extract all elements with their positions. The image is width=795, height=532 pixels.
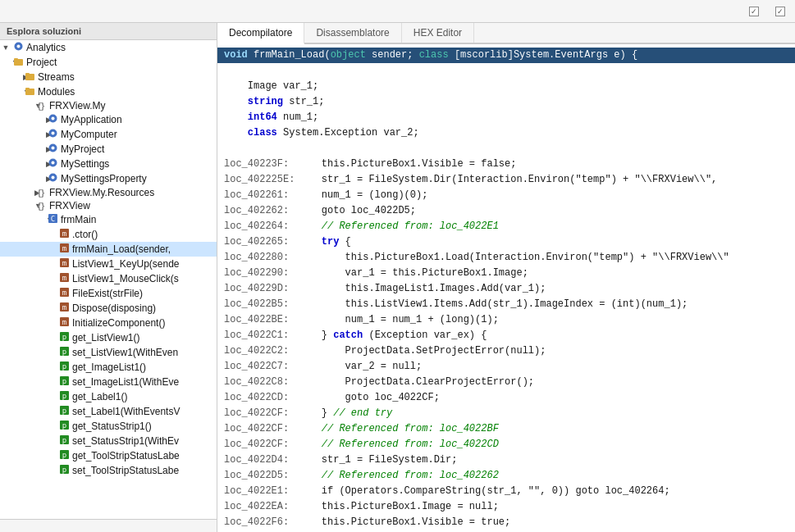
tree-item[interactable]: ▶MySettings	[0, 157, 217, 171]
tree-item[interactable]: pset_ImageList1(WithEve	[0, 375, 217, 389]
tree-item[interactable]: pget_StatusStrip1()	[0, 419, 217, 434]
code-line[interactable]: loc_4022B5: this.ListView1.Items.Add(str…	[217, 297, 795, 312]
code-line[interactable]: loc_4022D4: str_1 = FileSystem.Dir;	[217, 452, 795, 468]
checkbox-analyze[interactable]: ✓	[775, 7, 788, 16]
code-line[interactable]: loc_40223F: this.PictureBox1.Visible = f…	[217, 157, 795, 172]
tree-item[interactable]: ▶MyProject	[0, 142, 217, 157]
code-line[interactable]: string str_1;	[217, 94, 795, 110]
code-content: loc_402264: // Referenced from: loc_4022…	[224, 219, 499, 234]
tab-disassemblatore[interactable]: Disassemblatore	[304, 23, 401, 43]
code-line[interactable]: loc_402261: num_1 = (long)(0);	[217, 188, 795, 203]
code-line[interactable]: loc_4022BE: num_1 = num_1 + (long)(1);	[217, 312, 795, 328]
code-line[interactable]: loc_4022CF: // Referenced from: loc_4022…	[217, 437, 795, 452]
code-content: loc_4022CF: // Referenced from: loc_4022…	[224, 437, 499, 452]
code-content: loc_4022CD: goto loc_4022CF;	[224, 390, 440, 406]
code-line[interactable]: loc_4022CF: // Referenced from: loc_4022…	[217, 421, 795, 437]
code-line[interactable]: loc_4022D5: // Referenced from: loc_4022…	[217, 468, 795, 484]
tree-item-icon: {}	[34, 100, 48, 111]
code-line[interactable]: class System.Exception var_2;	[217, 125, 795, 141]
tree-item-label: get_ListView1()	[71, 332, 140, 343]
tree-item[interactable]: m.ctor()	[0, 227, 217, 242]
tree-item[interactable]: mListView1_KeyUp(sende	[0, 257, 217, 271]
code-content: string str_1;	[224, 94, 324, 110]
code-line[interactable]: loc_4022CF: } // end try	[217, 406, 795, 421]
code-line[interactable]: loc_4022F6: this.PictureBox1.Visible = t…	[217, 515, 795, 530]
svg-text:p: p	[62, 362, 66, 371]
code-line[interactable]: loc_4022EA: this.PictureBox1.Image = nul…	[217, 499, 795, 515]
code-line[interactable]: void frmMain_Load(object sender; class […	[217, 48, 795, 63]
tree-item-label: get_ImageList1()	[71, 361, 146, 373]
code-line[interactable]: loc_4022C1: } catch (Exception var_ex) {	[217, 328, 795, 343]
tree-item-label: set_ToolStripStatusLabe	[71, 465, 179, 476]
tree-item-icon	[11, 41, 25, 54]
code-line[interactable]: int64 num_1;	[217, 110, 795, 125]
tree-item-icon: {}	[34, 200, 48, 211]
tree-item[interactable]: ▶MySettingsProperty	[0, 171, 217, 186]
checkbox-compile-params-box[interactable]: ✓	[749, 7, 759, 16]
code-line[interactable]	[217, 63, 795, 79]
tree-item[interactable]: ▶{}FRXView.My.Resources	[0, 186, 217, 199]
tree-item-label: MySettings	[59, 158, 109, 170]
tree-item-label: FRXView.My	[48, 100, 105, 111]
code-line[interactable]: loc_402262: goto loc_4022D5;	[217, 203, 795, 219]
solution-tree[interactable]: ▼Analytics▼Project▶Streams▼Modules▼{}FRX…	[0, 40, 217, 519]
tree-item[interactable]: mFileExist(strFile)	[0, 286, 217, 301]
svg-text:p: p	[62, 421, 66, 430]
code-area[interactable]: void frmMain_Load(object sender; class […	[217, 44, 795, 532]
tree-item[interactable]: pset_StatusStrip1(WithEv	[0, 434, 217, 448]
checkbox-compile-params[interactable]: ✓	[749, 7, 762, 16]
tree-item[interactable]: ▼Modules	[0, 84, 217, 99]
tree-item[interactable]: pget_ListView1()	[0, 330, 217, 345]
tab-decompilatore[interactable]: Decompilatore	[217, 23, 304, 44]
code-line[interactable]: loc_402290: var_1 = this.PictureBox1.Ima…	[217, 266, 795, 281]
tree-item[interactable]: ▼{}FRXView	[0, 199, 217, 212]
tree-item-label: FRXView.My.Resources	[48, 187, 154, 198]
tree-item[interactable]: ▶Streams	[0, 70, 217, 84]
code-line[interactable]: Image var_1;	[217, 79, 795, 94]
svg-text:p: p	[62, 451, 66, 459]
tree-item[interactable]: mDispose(disposing)	[0, 301, 217, 316]
code-line[interactable]: loc_402265: try {	[217, 234, 795, 250]
tree-item[interactable]: pget_Label1()	[0, 389, 217, 404]
code-line[interactable]: loc_4022C2: ProjectData.SetProjectError(…	[217, 343, 795, 359]
svg-rect-3	[14, 58, 18, 61]
code-content: loc_4022B5: this.ListView1.Items.Add(str…	[224, 297, 688, 312]
code-content: loc_402290: var_1 = this.PictureBox1.Ima…	[224, 266, 528, 281]
code-line[interactable]: loc_402225E: str_1 = FileSystem.Dir(Inte…	[217, 172, 795, 188]
code-line[interactable]: loc_4022E1: if (Operators.CompareString(…	[217, 484, 795, 499]
tree-item[interactable]: mfrmMain_Load(sender,	[0, 242, 217, 257]
tree-item-icon: m	[57, 228, 71, 241]
tree-item[interactable]: ▼CfrmMain	[0, 212, 217, 227]
code-line[interactable]: loc_402280: this.PictureBox1.Load(Intera…	[217, 250, 795, 266]
code-content: Image var_1;	[224, 79, 318, 94]
tree-item[interactable]: ▼Project	[0, 55, 217, 70]
tree-item[interactable]: mListView1_MouseClick(s	[0, 271, 217, 286]
code-line[interactable]: loc_4022CD: goto loc_4022CF;	[217, 390, 795, 406]
tree-item-label: FRXView	[48, 200, 90, 211]
svg-text:p: p	[62, 466, 66, 474]
code-line[interactable]: loc_402264: // Referenced from: loc_4022…	[217, 219, 795, 234]
tree-item[interactable]: pset_ListView1(WithEven	[0, 345, 217, 360]
svg-text:m: m	[62, 230, 66, 238]
tree-item[interactable]: pset_Label1(WithEventsV	[0, 404, 217, 419]
code-content: loc_4022EA: this.PictureBox1.Image = nul…	[224, 499, 499, 515]
right-panel: DecompilatoreDisassemblatoreHEX Editor v…	[217, 23, 795, 532]
tree-item-label: get_ToolStripStatusLabe	[71, 450, 180, 462]
tab-hexeditor[interactable]: HEX Editor	[402, 23, 474, 43]
svg-point-1	[16, 45, 20, 48]
tree-item[interactable]: ▶MyComputer	[0, 127, 217, 142]
code-content: loc_4022D5: // Referenced from: loc_4022…	[224, 468, 499, 484]
tree-item[interactable]: ▼{}FRXView.My	[0, 99, 217, 112]
tree-item[interactable]: mInitializeComponent()	[0, 316, 217, 330]
code-line[interactable]	[217, 141, 795, 157]
code-line[interactable]: loc_4022C8: ProjectData.ClearProjectErro…	[217, 375, 795, 390]
checkbox-analyze-box[interactable]: ✓	[775, 7, 785, 16]
tree-item[interactable]: pset_ToolStripStatusLabe	[0, 463, 217, 478]
tree-item[interactable]: ▶MyApplication	[0, 112, 217, 127]
code-line[interactable]: loc_40229D: this.ImageList1.Images.Add(v…	[217, 281, 795, 297]
tree-item-icon: m	[57, 243, 71, 256]
tree-item[interactable]: pget_ImageList1()	[0, 360, 217, 375]
tree-item[interactable]: pget_ToolStripStatusLabe	[0, 448, 217, 463]
code-line[interactable]: loc_4022C7: var_2 = null;	[217, 359, 795, 375]
tree-item[interactable]: ▼Analytics	[0, 40, 217, 55]
